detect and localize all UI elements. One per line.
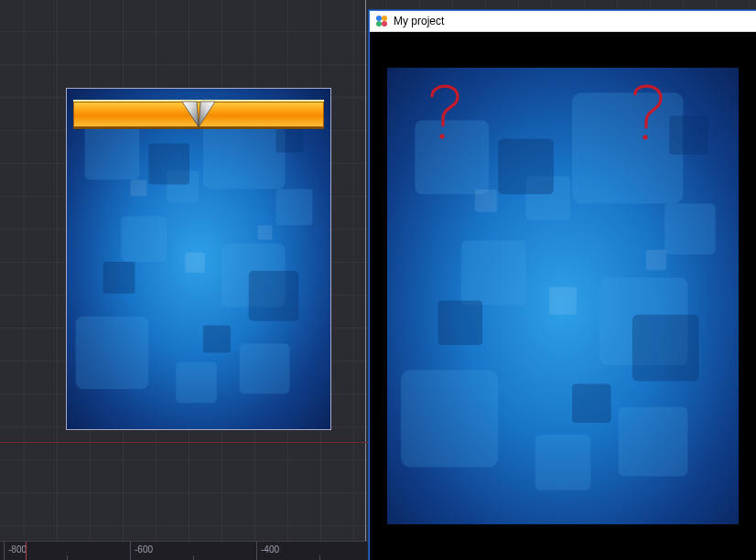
svg-rect-37 xyxy=(572,384,610,423)
svg-point-20 xyxy=(376,16,382,21)
svg-rect-39 xyxy=(549,286,577,314)
svg-rect-8 xyxy=(276,188,313,225)
svg-point-23 xyxy=(382,21,387,27)
annotation-question-mark xyxy=(626,80,672,145)
svg-rect-30 xyxy=(619,407,688,477)
annotation-question-mark xyxy=(425,80,470,145)
preview-titlebar[interactable]: My project xyxy=(370,11,756,32)
svg-rect-33 xyxy=(535,435,591,490)
svg-rect-35 xyxy=(632,315,699,382)
svg-rect-10 xyxy=(148,144,189,185)
svg-rect-9 xyxy=(176,361,217,403)
svg-rect-13 xyxy=(203,326,231,353)
scene-view[interactable] xyxy=(66,88,331,430)
vertical-guide xyxy=(365,0,366,560)
svg-rect-40 xyxy=(475,189,497,211)
metal-notch-icon xyxy=(180,100,217,129)
svg-point-21 xyxy=(382,16,387,21)
app-icon xyxy=(375,15,388,27)
svg-rect-32 xyxy=(664,203,716,254)
svg-rect-12 xyxy=(103,262,135,294)
svg-point-22 xyxy=(376,21,382,27)
svg-rect-38 xyxy=(669,115,707,154)
svg-rect-6 xyxy=(240,344,290,394)
svg-rect-16 xyxy=(130,179,146,196)
svg-rect-3 xyxy=(121,216,167,262)
svg-rect-36 xyxy=(438,301,483,346)
preview-client-area xyxy=(370,32,756,560)
svg-rect-1 xyxy=(85,125,140,180)
svg-rect-34 xyxy=(498,139,554,195)
svg-rect-11 xyxy=(249,271,299,321)
svg-point-43 xyxy=(643,135,647,139)
svg-rect-27 xyxy=(461,241,526,306)
preview-window[interactable]: My project xyxy=(369,10,756,560)
svg-rect-5 xyxy=(76,317,149,390)
svg-rect-29 xyxy=(401,370,498,467)
preview-title: My project xyxy=(394,15,444,27)
svg-marker-19 xyxy=(199,102,215,127)
svg-rect-17 xyxy=(258,225,273,240)
orange-tile-bar xyxy=(73,100,324,129)
ruler-tick-label: -400 xyxy=(261,544,279,555)
scene-background-image xyxy=(67,89,330,429)
svg-rect-14 xyxy=(276,125,304,153)
svg-rect-15 xyxy=(185,253,205,273)
ruler-tick-label: -800 xyxy=(8,544,27,555)
svg-point-42 xyxy=(439,134,444,138)
ruler-tick-label: -600 xyxy=(135,544,153,555)
svg-marker-18 xyxy=(182,102,199,127)
ruler-origin-marker xyxy=(26,542,27,560)
svg-rect-41 xyxy=(646,250,666,270)
